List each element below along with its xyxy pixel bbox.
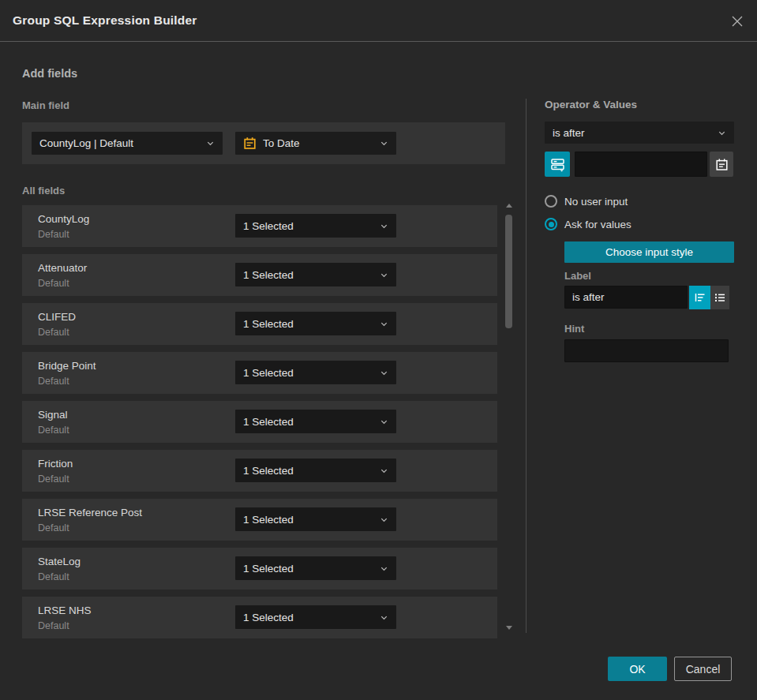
ok-button[interactable]: OK — [608, 657, 667, 681]
operator-values-panel: Operator & Values is after — [545, 99, 736, 362]
field-values-selected: 1 Selected — [243, 416, 375, 428]
value-input-row — [545, 152, 736, 177]
field-row: LRSE NHS Default 1 Selected — [22, 597, 497, 638]
field-values-select[interactable]: 1 Selected — [235, 507, 396, 531]
list-input-toggle[interactable] — [710, 286, 729, 309]
field-name: Attenuator — [38, 261, 87, 275]
field-values-select[interactable]: 1 Selected — [235, 605, 396, 629]
close-icon[interactable] — [727, 11, 748, 32]
field-row-text: Bridge Point Default — [38, 359, 96, 387]
field-values-selected: 1 Selected — [243, 563, 375, 575]
field-row-text: StateLog Default — [38, 555, 81, 583]
label-input[interactable] — [564, 286, 688, 309]
field-row-text: LRSE Reference Post Default — [38, 506, 142, 534]
scroll-down-icon[interactable] — [506, 626, 512, 630]
field-source: Default — [38, 522, 142, 534]
chevron-down-icon — [206, 139, 215, 148]
dialog-title: Group SQL Expression Builder — [13, 13, 197, 28]
main-field-select-value: CountyLog | Default — [39, 137, 201, 149]
field-values-selected: 1 Selected — [243, 220, 375, 232]
hint-field-label: Hint — [564, 323, 736, 335]
field-row: Bridge Point Default 1 Selected — [22, 352, 497, 394]
field-name: LRSE NHS — [38, 604, 92, 617]
main-field-date-select-value: To Date — [263, 137, 375, 149]
field-row-text: Friction Default — [38, 457, 73, 485]
field-row-text: CountyLog Default — [38, 212, 89, 241]
field-values-select[interactable]: 1 Selected — [235, 214, 396, 238]
field-name: Friction — [38, 457, 73, 470]
field-name: Signal — [38, 408, 69, 421]
chevron-down-icon — [380, 369, 388, 377]
radio-no-user-input-label: No user input — [564, 196, 628, 208]
field-row: Attenuator Default 1 Selected — [22, 254, 497, 296]
values-list-icon — [550, 157, 565, 172]
field-values-select[interactable]: 1 Selected — [235, 556, 396, 580]
field-values-select[interactable]: 1 Selected — [235, 459, 396, 482]
bullet-list-icon — [714, 291, 726, 304]
close-x-glyph — [729, 13, 745, 29]
chevron-down-icon — [380, 139, 388, 148]
field-source: Default — [38, 571, 81, 583]
field-name: LRSE Reference Post — [38, 506, 142, 519]
operator-values-heading: Operator & Values — [545, 99, 736, 111]
field-values-selected: 1 Selected — [243, 465, 375, 477]
main-field-select[interactable]: CountyLog | Default — [32, 132, 223, 155]
field-name: Bridge Point — [38, 359, 96, 372]
all-fields-list: CountyLog Default 1 Selected Attenuator … — [22, 205, 497, 638]
field-values-select[interactable]: 1 Selected — [235, 263, 396, 286]
field-values-selected: 1 Selected — [243, 318, 375, 330]
align-left-icon — [694, 291, 706, 304]
user-input-radio-group: No user input Ask for values — [545, 195, 736, 230]
single-line-input-toggle[interactable] — [689, 286, 710, 309]
field-values-select[interactable]: 1 Selected — [235, 410, 396, 433]
field-values-selected: 1 Selected — [243, 514, 375, 526]
field-name: StateLog — [38, 555, 81, 568]
cancel-button[interactable]: Cancel — [674, 657, 732, 681]
chevron-down-icon — [718, 129, 726, 137]
field-source: Default — [38, 473, 73, 485]
hint-input[interactable] — [564, 339, 729, 362]
add-fields-heading: Add fields — [22, 67, 77, 80]
all-fields-label: All fields — [22, 185, 65, 197]
calendar-icon — [715, 158, 729, 171]
radio-circle-icon — [545, 218, 557, 230]
value-input[interactable] — [575, 152, 707, 177]
field-source: Default — [38, 620, 92, 632]
radio-no-user-input[interactable]: No user input — [545, 195, 736, 208]
radio-circle-icon — [545, 195, 557, 208]
chevron-down-icon — [380, 466, 388, 475]
field-values-selected: 1 Selected — [243, 367, 375, 379]
choose-input-style-button[interactable]: Choose input style — [564, 241, 734, 263]
label-input-row — [564, 286, 736, 309]
field-row: CountyLog Default 1 Selected — [22, 205, 497, 247]
field-source: Default — [38, 326, 76, 339]
field-row: Friction Default 1 Selected — [22, 450, 497, 492]
field-row: Signal Default 1 Selected — [22, 401, 497, 443]
hint-input-row — [564, 339, 729, 362]
field-values-select[interactable]: 1 Selected — [235, 312, 396, 335]
radio-ask-for-values[interactable]: Ask for values — [545, 218, 736, 230]
field-row-text: Attenuator Default — [38, 261, 87, 290]
vertical-divider — [526, 99, 527, 633]
operator-select[interactable]: is after — [545, 122, 734, 144]
field-row: LRSE Reference Post Default 1 Selected — [22, 499, 497, 541]
chevron-down-icon — [380, 271, 388, 279]
field-row-text: CLIFED Default — [38, 310, 76, 339]
set-from-values-button[interactable] — [545, 152, 570, 177]
field-source: Default — [38, 424, 69, 436]
scrollbar-thumb[interactable] — [505, 215, 512, 328]
field-source: Default — [38, 375, 96, 387]
chevron-down-icon — [380, 320, 388, 328]
dialog-header: Group SQL Expression Builder — [0, 0, 757, 42]
chevron-down-icon — [380, 515, 388, 524]
scroll-up-icon[interactable] — [506, 204, 512, 208]
field-values-select[interactable]: 1 Selected — [235, 361, 396, 384]
field-name: CountyLog — [38, 212, 89, 226]
calendar-icon — [243, 137, 257, 150]
chevron-down-icon — [380, 222, 388, 230]
date-picker-button[interactable] — [710, 152, 733, 177]
main-field-date-select[interactable]: To Date — [235, 132, 396, 155]
chevron-down-icon — [380, 613, 388, 622]
field-row: CLIFED Default 1 Selected — [22, 303, 497, 345]
list-scrollbar[interactable] — [505, 202, 513, 631]
